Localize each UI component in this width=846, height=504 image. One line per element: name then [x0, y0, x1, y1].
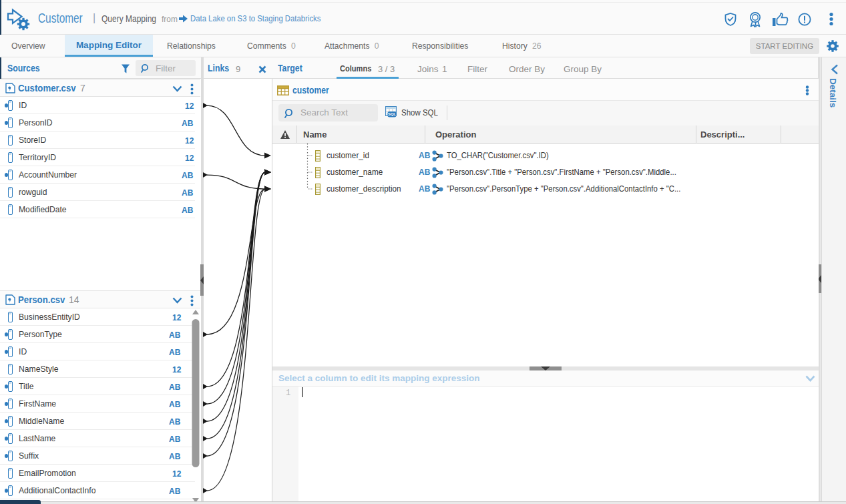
svg-text:SQL: SQL — [388, 112, 396, 116]
